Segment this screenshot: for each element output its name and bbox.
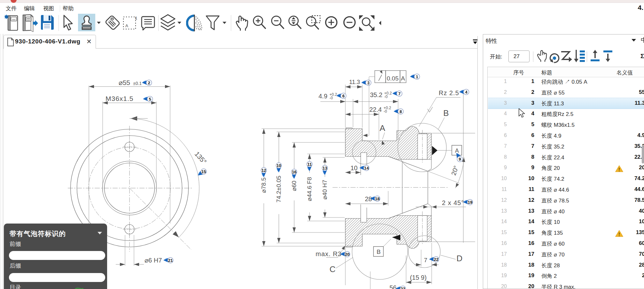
svg-text:⌀78.5: ⌀78.5 [260,178,267,193]
svg-text:2: 2 [148,80,150,85]
svg-text:20°: 20° [450,165,459,176]
svg-text:6: 6 [342,94,344,98]
svg-text:20: 20 [345,252,349,257]
svg-text:8: 8 [399,109,402,114]
svg-text:(15 9): (15 9) [410,274,427,281]
svg-text:B: B [377,248,381,255]
svg-text:14: 14 [364,166,369,171]
svg-text:21: 21 [168,258,173,263]
svg-text:16: 16 [292,170,296,174]
svg-text:15: 15 [201,169,206,174]
svg-text:⌀44.6 F8: ⌀44.6 F8 [306,177,313,201]
svg-text:Rz 2.5: Rz 2.5 [439,89,459,96]
svg-text:2 x 45°: 2 x 45° [442,199,464,206]
svg-text:D: D [457,254,463,263]
svg-text:3: 3 [367,80,369,85]
svg-text:⌀60: ⌀60 [291,181,297,191]
svg-text:9: 9 [459,157,461,162]
svg-text:10: 10 [277,163,281,168]
svg-text:-0: -0 [384,95,388,99]
svg-text:18: 18 [375,196,380,201]
svg-text:23: 23 [401,286,405,289]
svg-text:11.3: 11.3 [349,79,360,85]
svg-text:-0: -0 [384,109,387,114]
svg-text:⌀6 H7: ⌀6 H7 [145,257,162,264]
svg-text:35.2: 35.2 [370,91,382,98]
svg-text:A: A [401,75,405,82]
svg-text:1: 1 [416,74,418,79]
svg-text:7: 7 [424,257,428,263]
svg-text:⌀55: ⌀55 [119,79,130,86]
svg-text:56: 56 [389,284,397,289]
svg-text:74.2±0.05: 74.2±0.05 [275,176,282,202]
svg-text:4: 4 [465,90,467,95]
svg-text:5: 5 [149,97,151,102]
svg-text:22.4: 22.4 [369,106,382,113]
svg-text:-0: -0 [329,96,333,100]
svg-text:4.9: 4.9 [318,93,327,100]
svg-text:13: 13 [323,166,327,171]
svg-text:⌀40 H7: ⌀40 H7 [321,180,328,200]
svg-text:A: A [125,23,128,28]
svg-text:M36x1.5: M36x1.5 [106,95,134,102]
svg-text:19: 19 [468,200,472,205]
svg-text:28: 28 [365,195,372,202]
svg-text:11: 11 [307,162,312,167]
svg-text:A: A [380,123,385,133]
svg-text:C: C [330,264,336,274]
svg-text:±0.1: ±0.1 [133,81,142,86]
svg-text:1: 1 [135,16,137,20]
svg-text:0.05: 0.05 [387,75,399,82]
svg-text:A: A [455,148,459,154]
svg-text:22: 22 [434,257,438,262]
svg-text:max. R3: max. R3 [316,250,342,257]
svg-text:B: B [443,108,449,118]
svg-text:135°: 135° [193,150,208,165]
svg-text:10: 10 [350,164,357,171]
svg-text:12: 12 [262,168,266,173]
svg-text:7: 7 [398,91,400,96]
